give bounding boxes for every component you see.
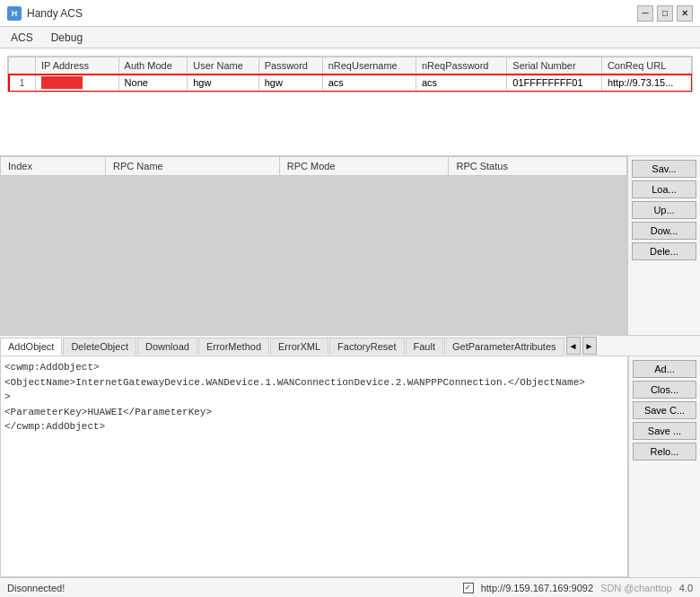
bottom-right-buttons: Ad... Clos... Save C... Save ... Relo... <box>628 356 700 577</box>
rpc-col-status: RPC Status <box>449 157 627 176</box>
middle-section: Index RPC Name RPC Mode RPC Status Sav..… <box>0 156 700 336</box>
cell-ip: 0 <box>36 75 119 92</box>
tab-scroll-next[interactable]: ► <box>582 337 597 355</box>
xml-line-2: <ObjectName>InternetGatewayDevice.WANDev… <box>4 375 624 391</box>
top-section: IP Address Auth Mode User Name Password … <box>0 48 700 156</box>
menu-debug[interactable]: Debug <box>44 30 90 46</box>
xml-line-3: > <box>4 390 624 405</box>
save-button-1[interactable]: Sav... <box>632 160 696 178</box>
tab-fault[interactable]: Fault <box>406 338 443 355</box>
app-title: Handy ACS <box>27 7 83 20</box>
status-left: Disonnected! <box>7 583 65 593</box>
xml-content[interactable]: <cwmp:AddObject> <ObjectName>InternetGat… <box>0 356 628 577</box>
top-table-wrapper: IP Address Auth Mode User Name Password … <box>7 56 693 92</box>
status-bar: Disonnected! ✓ http://9.159.167.169:9092… <box>0 577 700 597</box>
down-button[interactable]: Dow... <box>632 222 696 240</box>
rpc-col-name: RPC Name <box>106 157 280 176</box>
bottom-section: AddObject DeleteObject Download ErrorMet… <box>0 336 700 577</box>
rpc-col-mode: RPC Mode <box>279 157 449 176</box>
cell-nrequsername: acs <box>322 75 416 92</box>
rpc-table-area: Index RPC Name RPC Mode RPC Status <box>0 156 628 335</box>
col-nrequsername: nReqUsername <box>322 57 416 75</box>
xml-line-5: </cwmp:AddObject> <box>4 419 624 435</box>
col-auth-mode: Auth Mode <box>118 57 188 75</box>
connections-table: IP Address Auth Mode User Name Password … <box>8 57 692 92</box>
tab-scroll-prev[interactable]: ◄ <box>566 337 581 355</box>
cell-serial: 01FFFFFFFF01 <box>507 75 602 92</box>
save-c-button[interactable]: Save C... <box>633 401 696 419</box>
close-button[interactable]: ✕ <box>677 5 693 22</box>
save-d-button[interactable]: Save ... <box>633 422 696 440</box>
col-password: Password <box>258 57 322 75</box>
tab-errormethod[interactable]: ErrorMethod <box>198 338 269 355</box>
table-row[interactable]: 1 0 None hgw hgw acs acs 01FFFFFFFF01 ht… <box>9 75 692 92</box>
col-ip-address: IP Address <box>36 57 119 75</box>
rpc-right-buttons: Sav... Loa... Up... Dow... Dele... <box>628 156 700 335</box>
row-index: 1 <box>9 75 36 92</box>
col-serial-number: Serial Number <box>507 57 602 75</box>
title-bar: H Handy ACS ─ □ ✕ <box>0 0 700 27</box>
xml-line-4: <ParameterKey>HUAWEI</ParameterKey> <box>4 405 624 420</box>
main-content: IP Address Auth Mode User Name Password … <box>0 48 700 577</box>
cell-auth-mode: None <box>118 75 188 92</box>
reload-button[interactable]: Relo... <box>633 443 696 461</box>
tab-download[interactable]: Download <box>137 338 197 355</box>
tab-deleteobject[interactable]: DeleteObject <box>63 338 136 355</box>
watermark: SDN @chanttop <box>600 583 672 593</box>
rpc-table: Index RPC Name RPC Mode RPC Status <box>0 156 627 176</box>
col-index <box>9 57 36 75</box>
rpc-col-index: Index <box>1 157 106 176</box>
cell-username: hgw <box>188 75 258 92</box>
minimize-button[interactable]: ─ <box>637 5 653 22</box>
tab-getparameterattributes[interactable]: GetParameterAttributes <box>444 338 564 355</box>
server-url: http://9.159.167.169:9092 <box>481 583 593 593</box>
col-conreq-url: ConReq URL <box>601 57 691 75</box>
load-button[interactable]: Loa... <box>632 180 696 198</box>
add-button[interactable]: Ad... <box>633 360 696 378</box>
status-right: ✓ http://9.159.167.169:9092 SDN @chantto… <box>463 583 693 593</box>
cell-conreq-url: http://9.73.15... <box>601 75 691 92</box>
bottom-content: <cwmp:AddObject> <ObjectName>InternetGat… <box>0 356 700 577</box>
connection-status: Disonnected! <box>7 583 65 593</box>
tab-bar: AddObject DeleteObject Download ErrorMet… <box>0 336 700 356</box>
maximize-button[interactable]: □ <box>657 5 673 22</box>
cell-nreqpassword: acs <box>416 75 506 92</box>
title-bar-left: H Handy ACS <box>7 6 83 21</box>
col-user-name: User Name <box>188 57 258 75</box>
tab-factoryreset[interactable]: FactoryReset <box>329 338 404 355</box>
up-button[interactable]: Up... <box>632 201 696 219</box>
close-rpc-button[interactable]: Clos... <box>633 381 696 399</box>
xml-line-1: <cwmp:AddObject> <box>4 360 624 375</box>
menu-bar: ACS Debug <box>0 27 700 48</box>
tab-errorxml[interactable]: ErrorXML <box>270 338 328 355</box>
app-icon: H <box>7 6 22 21</box>
tab-addobject[interactable]: AddObject <box>0 338 62 356</box>
rpc-table-body <box>0 176 627 335</box>
menu-acs[interactable]: ACS <box>4 30 40 46</box>
cell-password: hgw <box>258 75 322 92</box>
delete-button[interactable]: Dele... <box>632 242 696 260</box>
col-nreqpassword: nReqPassword <box>416 57 506 75</box>
url-check-icon: ✓ <box>463 583 474 593</box>
version: 4.0 <box>679 583 693 593</box>
window-controls: ─ □ ✕ <box>637 5 693 22</box>
